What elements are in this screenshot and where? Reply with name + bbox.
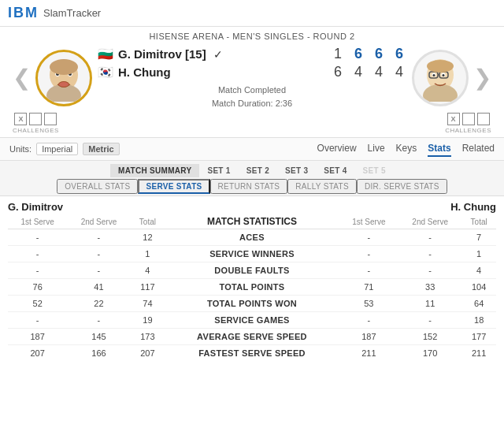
player1-name: G. Dimitrov [15] [118,47,206,61]
score-area: 🇧🇬 G. Dimitrov [15] ✓ 1 6 6 6 🇰🇷 H. Chun… [92,46,412,110]
p1-set3: 6 [371,46,387,62]
row2-p1-1st: - [8,262,67,279]
svg-point-10 [423,84,458,102]
row3-p2-tot: 104 [461,279,496,296]
col-p2-tot: Total [461,214,496,229]
svg-point-17 [443,74,445,76]
row1-stat-name: SERVICE WINNERS [165,246,339,262]
tab-dir-serve-stats[interactable]: DIR. SERVE STATS [357,179,447,194]
player1-challenges: X CHALLENGES [13,113,59,134]
match-venue: HISENSE ARENA - MEN'S SINGLES - ROUND 2 [0,27,504,41]
stats-tbody: --12ACES--7--1SERVICE WINNERS--1--4DOUBL… [8,229,496,362]
tab-related[interactable]: Related [462,141,495,157]
metric-button[interactable]: Metric [83,143,119,155]
main-nav-tabs: Overview Live Keys Stats Related [317,141,495,157]
units-nav-bar: Units: Imperial Metric Overview Live Key… [0,137,504,161]
row0-p1-1st: - [8,229,67,246]
row0-p2-1st: - [339,229,398,246]
row1-p2-tot: 1 [461,246,496,262]
tab-set1[interactable]: SET 1 [199,164,238,177]
stats-p2-header: H. Chung [450,201,496,213]
row7-p2-tot: 211 [461,345,496,362]
stats-table: 1st Serve 2nd Serve Total MATCH STATISTI… [8,214,496,361]
row6-p2-tot: 177 [461,329,496,345]
row2-p2-1st: - [339,262,398,279]
row5-p1-1st: - [8,312,67,329]
stats-p1-header: G. Dimitrov [8,201,63,213]
row6-p2-2nd: 152 [398,329,461,345]
row2-p2-tot: 4 [461,262,496,279]
col-p1-2nd: 2nd Serve [67,214,130,229]
row4-stat-name: TOTAL POINTS WON [165,296,339,312]
p1-challenge-1: X [14,113,27,125]
challenges-row: X CHALLENGES X CHALLENGES [0,113,504,134]
tab-serve-stats[interactable]: SERVE STATS [138,179,209,194]
row7-p1-tot: 207 [131,345,165,362]
row3-p2-2nd: 33 [398,279,461,296]
tab-overall-stats[interactable]: OVERALL STATS [57,179,138,194]
player2-challenges: X CHALLENGES [445,113,491,134]
row5-p2-1st: - [339,312,398,329]
tab-match-summary[interactable]: MATCH SUMMARY [110,164,199,177]
tab-rally-stats[interactable]: RALLY STATS [287,179,357,194]
col-header-row: 1st Serve 2nd Serve Total MATCH STATISTI… [8,214,496,229]
table-row: --19SERVICE GAMES--18 [8,312,496,329]
prev-match-arrow[interactable]: ❮ [8,65,35,91]
row0-p2-2nd: - [398,229,461,246]
p1-challenge-2 [29,113,42,125]
col-p1-1st: 1st Serve [8,214,67,229]
next-match-arrow[interactable]: ❯ [469,65,496,91]
tab-overview[interactable]: Overview [317,141,357,157]
player1-flag: 🇧🇬 [97,48,114,61]
svg-point-8 [59,82,69,87]
row0-p2-tot: 7 [461,229,496,246]
col-p2-1st: 1st Serve [339,214,398,229]
table-row: --12ACES--7 [8,229,496,246]
tab-live[interactable]: Live [368,141,385,157]
p2-set2: 4 [350,64,366,80]
row3-p1-tot: 117 [131,279,165,296]
col-stat-title: MATCH STATISTICS [165,214,339,229]
row0-p1-2nd: - [67,229,130,246]
row3-p2-1st: 71 [339,279,398,296]
tab-set5[interactable]: SET 5 [355,164,394,177]
row2-p1-tot: 4 [131,262,165,279]
match-status: Match Completed Match Duration: 2:36 [212,84,292,110]
player1-score-row: 🇧🇬 G. Dimitrov [15] ✓ 1 6 6 6 [97,46,407,62]
imperial-button[interactable]: Imperial [36,143,78,155]
row0-p1-tot: 12 [131,229,165,246]
row4-p1-2nd: 22 [67,296,130,312]
header: IBM SlamTracker [0,0,504,27]
tab-set4[interactable]: SET 4 [316,164,354,177]
tab-set2[interactable]: SET 2 [239,164,277,177]
table-row: --4DOUBLE FAULTS--4 [8,262,496,279]
row1-p1-tot: 1 [131,246,165,262]
table-row: --1SERVICE WINNERS--1 [8,246,496,262]
p1-challenge-3 [44,113,57,125]
row3-p1-1st: 76 [8,279,67,296]
row6-p1-2nd: 145 [67,329,130,345]
row7-p1-1st: 207 [8,345,67,362]
row1-p1-2nd: - [67,246,130,262]
player1-photo [35,50,92,106]
ibm-logo: IBM [8,5,39,21]
tab-stats[interactable]: Stats [428,141,450,157]
tab-keys[interactable]: Keys [396,141,417,157]
player1-checkmark: ✓ [213,48,223,61]
row1-p2-1st: - [339,246,398,262]
row7-stat-name: FASTEST SERVE SPEED [165,345,339,362]
row0-stat-name: ACES [165,229,339,246]
row2-p1-2nd: - [67,262,130,279]
row5-p2-2nd: - [398,312,461,329]
tab-return-stats[interactable]: RETURN STATS [210,179,288,194]
scoreboard: ❮ 🇧🇬 G. Dimitrov [15] ✓ [0,41,504,113]
row6-stat-name: AVERAGE SERVE SPEED [165,329,339,345]
table-row: 207166207FASTEST SERVE SPEED211170211 [8,345,496,362]
row4-p2-1st: 53 [339,296,398,312]
p1-set1: 1 [330,46,346,62]
svg-point-18 [427,60,454,73]
stats-header: G. Dimitrov H. Chung [8,196,496,214]
player2-score-row: 🇰🇷 H. Chung 6 4 4 4 [97,64,407,80]
row5-p1-tot: 19 [131,312,165,329]
tab-set3[interactable]: SET 3 [277,164,316,177]
